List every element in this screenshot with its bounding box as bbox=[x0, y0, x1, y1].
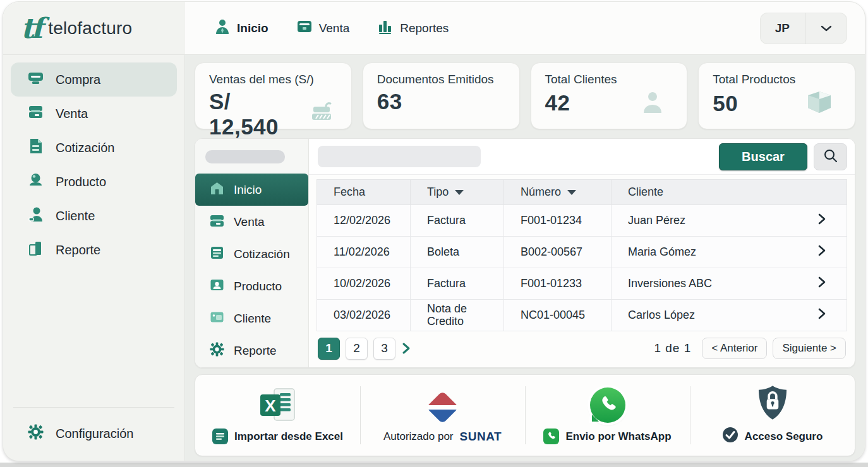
sidebar-item-compra[interactable]: Compra bbox=[11, 62, 177, 97]
user-menu-toggle[interactable] bbox=[805, 13, 847, 44]
mini-nav-producto[interactable]: Producto bbox=[195, 270, 308, 302]
search-bar: Buscar bbox=[309, 139, 855, 175]
report-icon bbox=[27, 240, 44, 260]
cell-tipo: Factura bbox=[411, 205, 504, 237]
sidebar-item-cotizacion[interactable]: Cotización bbox=[11, 131, 177, 165]
sidebar-item-label: Reporte bbox=[56, 243, 100, 257]
footer-sunat: Autorizado por SUNAT bbox=[360, 375, 525, 456]
import-doc-icon bbox=[212, 429, 228, 444]
sidebar-item-cliente[interactable]: Cliente bbox=[11, 199, 177, 233]
gear-icon bbox=[209, 341, 225, 360]
sidebar-item-producto[interactable]: Producto bbox=[11, 165, 177, 199]
row-chevron-right-icon[interactable] bbox=[817, 213, 826, 228]
mini-nav-label: Cliente bbox=[234, 312, 271, 326]
siguiente-button[interactable]: Siguiente > bbox=[773, 338, 846, 359]
whatsapp-icon bbox=[590, 386, 625, 423]
documents-panel: Inicio Venta Cotización bbox=[195, 138, 855, 368]
mini-nav-label: Reporte bbox=[234, 344, 277, 358]
stat-card-productos: Total Productos 50 bbox=[698, 62, 855, 129]
sort-down-icon[interactable] bbox=[455, 190, 464, 195]
page-button-2[interactable]: 2 bbox=[346, 338, 368, 360]
row-chevron-right-icon[interactable] bbox=[817, 276, 826, 292]
stat-card-documentos: Documentos Emitidos 63 bbox=[363, 62, 520, 129]
person-bust-icon bbox=[214, 18, 231, 38]
footer-security-label: Acceso Seguro bbox=[745, 430, 823, 443]
stat-value: 63 bbox=[377, 89, 402, 114]
column-header-tipo[interactable]: Tipo bbox=[411, 180, 504, 205]
topnav-inicio[interactable]: Inicio bbox=[214, 18, 268, 38]
product-icon bbox=[27, 172, 44, 192]
sidebar-item-label: Compra bbox=[56, 73, 100, 87]
sunat-brand: SUNAT bbox=[460, 430, 502, 444]
sidebar-item-venta[interactable]: Venta bbox=[11, 97, 177, 131]
sale-terminal-icon bbox=[27, 103, 44, 124]
footer-whatsapp-label: Envio por WhatsApp bbox=[565, 430, 671, 443]
gear-icon bbox=[27, 423, 44, 444]
bar-chart-icon bbox=[377, 18, 394, 38]
table-row[interactable]: 11/02/2026 Boleta B002-00567 Maria Gómez bbox=[317, 237, 847, 268]
buscar-button[interactable]: Buscar bbox=[719, 143, 807, 170]
cell-cliente: Inversiones ABC bbox=[628, 278, 712, 290]
pos-machine-icon bbox=[310, 100, 337, 128]
panel-title-placeholder bbox=[205, 150, 285, 163]
features-footer: X Importar desde Excel Autorizado por bbox=[195, 374, 855, 456]
page-button-1[interactable]: 1 bbox=[318, 338, 340, 360]
cell-fecha: 10/02/2026 bbox=[317, 268, 411, 300]
main-content: Ventas del mes (S/) S/ 12,540 Documentos… bbox=[185, 55, 865, 461]
stat-value: 50 bbox=[713, 91, 738, 116]
excel-icon: X bbox=[259, 386, 297, 423]
document-icon bbox=[27, 138, 44, 158]
sidebar-item-configuracion[interactable]: Configuración bbox=[11, 417, 177, 451]
mini-nav-venta[interactable]: Venta bbox=[195, 206, 308, 238]
cell-tipo: Factura bbox=[411, 268, 504, 300]
stat-value: 42 bbox=[545, 90, 570, 115]
topnav-venta-label: Venta bbox=[319, 21, 350, 35]
topnav-venta[interactable]: Venta bbox=[296, 18, 350, 38]
user-avatar[interactable]: JP bbox=[760, 13, 805, 44]
mini-nav-label: Producto bbox=[234, 280, 282, 293]
card-machine-icon bbox=[209, 213, 225, 232]
table-row[interactable]: 10/02/2026 Factura F001-01233 Inversione… bbox=[317, 268, 847, 300]
stat-value: S/ 12,540 bbox=[209, 89, 296, 139]
table-row[interactable]: 12/02/2026 Factura F001-01234 Juan Pérez bbox=[317, 205, 847, 237]
search-icon-button[interactable] bbox=[814, 143, 847, 170]
topnav-reportes-label: Reportes bbox=[400, 21, 449, 35]
column-header-fecha[interactable]: Fecha bbox=[317, 180, 411, 205]
user-area: JP bbox=[760, 2, 847, 54]
brand-name: telofacturo bbox=[48, 18, 132, 38]
column-header-cliente[interactable]: Cliente bbox=[612, 180, 847, 205]
cell-fecha: 12/02/2026 bbox=[317, 205, 411, 237]
logo-tf-icon: tf bbox=[21, 15, 40, 42]
sunat-logo-icon bbox=[431, 387, 454, 424]
mini-nav-reporte[interactable]: Reporte bbox=[195, 334, 308, 367]
person-icon bbox=[640, 89, 665, 117]
search-input[interactable] bbox=[318, 146, 481, 167]
cell-cliente: Juan Pérez bbox=[628, 215, 685, 227]
sidebar-item-reporte[interactable]: Reporte bbox=[11, 233, 177, 267]
documents-table: Fecha Tipo Número Cliente 12/02/2026 bbox=[316, 179, 847, 331]
pagination-status: 1 de 1 bbox=[654, 341, 691, 355]
sidebar-item-label: Cliente bbox=[56, 209, 95, 223]
main-sidebar: Compra Venta Cotización bbox=[3, 55, 185, 461]
document-icon bbox=[209, 245, 225, 264]
sidebar-item-label: Venta bbox=[56, 107, 88, 121]
topnav-reportes[interactable]: Reportes bbox=[377, 18, 449, 38]
table-header-row: Fecha Tipo Número Cliente bbox=[317, 180, 847, 205]
mini-nav-cliente[interactable]: Cliente bbox=[195, 302, 308, 334]
page-next-chevron-icon[interactable] bbox=[401, 342, 411, 355]
sort-down-icon[interactable] bbox=[567, 190, 576, 195]
mini-nav-inicio[interactable]: Inicio bbox=[195, 174, 308, 206]
column-header-numero[interactable]: Número bbox=[504, 180, 612, 205]
mini-nav-cotizacion[interactable]: Cotización bbox=[195, 238, 308, 270]
page-button-3[interactable]: 3 bbox=[373, 338, 395, 360]
anterior-button[interactable]: < Anterior bbox=[702, 338, 767, 359]
cell-cliente: Carlos López bbox=[628, 309, 695, 322]
svg-text:X: X bbox=[265, 396, 276, 415]
row-chevron-right-icon[interactable] bbox=[817, 307, 826, 323]
row-chevron-right-icon[interactable] bbox=[817, 244, 826, 260]
table-row[interactable]: 03/02/2026 Nota de Credito NC01-00045 Ca… bbox=[317, 300, 847, 331]
user-menu: JP bbox=[760, 13, 847, 44]
card-machine-icon bbox=[296, 18, 313, 38]
mini-nav-label: Inicio bbox=[234, 183, 262, 197]
brand-logo: tf telofacturo bbox=[3, 2, 185, 54]
